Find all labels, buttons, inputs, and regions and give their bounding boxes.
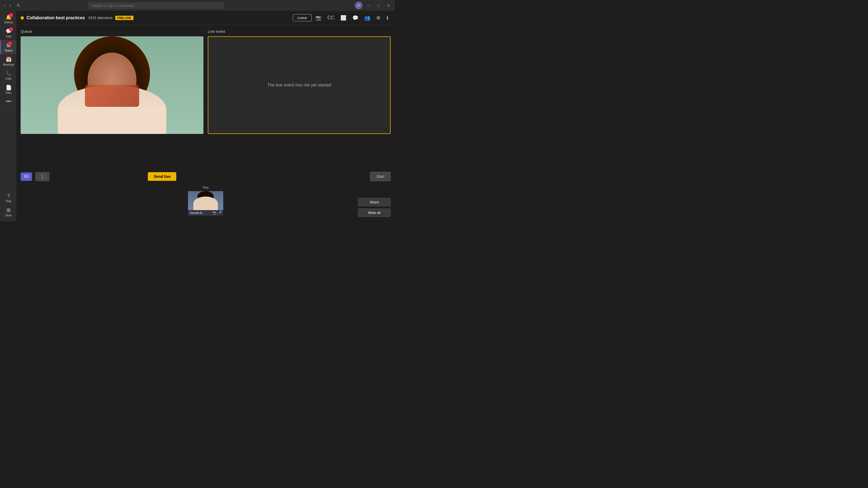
live-video-area: The live event has not yet started [208, 36, 391, 134]
attendee-count: 3333 attendees [88, 16, 113, 20]
event-title: Collaboration best practices [27, 15, 85, 20]
app-body: 🔔 2 Activity 💬 1 Chat ⊞ 1 Teams 📅 Meetin… [0, 11, 395, 221]
presenter-name: Danielle B... [190, 212, 204, 215]
sidebar-item-files[interactable]: 📄 Files [0, 83, 16, 97]
svg-rect-1 [24, 174, 29, 178]
captions-icon-btn[interactable]: CC [325, 14, 337, 22]
titlebar: ‹ › ✎ D ─ □ ✕ [0, 0, 395, 11]
sidebar-item-activity[interactable]: 🔔 2 Activity [0, 12, 16, 26]
mute-all-button[interactable]: Mute all [358, 208, 391, 217]
sidebar-label-store: Store [5, 214, 12, 217]
calls-icon: 📞 [6, 70, 12, 76]
sidebar-item-help[interactable]: ? Help [3, 191, 13, 205]
chat-icon: 💬 1 [6, 28, 12, 34]
sidebar-item-teams[interactable]: ⊞ 1 Teams [0, 40, 16, 54]
titlebar-right: D ─ □ ✕ [355, 2, 393, 9]
live-label: Live event [208, 29, 391, 34]
sidebar-label-teams: Teams [5, 49, 12, 52]
sidebar-label-calls: Calls [5, 77, 11, 80]
bottom-section: You Danielle B... 📷 [16, 183, 395, 221]
sidebar-label-meetings: Meetings [3, 63, 14, 66]
activity-icon: 🔔 2 [6, 14, 12, 20]
controls-row: Send live Start [16, 170, 395, 183]
bottom-right-buttons: Share Mute all [358, 198, 391, 217]
share-button[interactable]: Share [358, 198, 391, 206]
send-live-button[interactable]: Send live [148, 172, 176, 181]
sidebar-item-store[interactable]: ⊞ Store [3, 205, 13, 219]
settings-icon-btn[interactable]: ⚙ [374, 14, 383, 22]
info-icon-btn[interactable]: ℹ [384, 14, 391, 22]
sidebar: 🔔 2 Activity 💬 1 Chat ⊞ 1 Teams 📅 Meetin… [0, 11, 16, 221]
teams-badge: 1 [8, 41, 12, 45]
maximize-button[interactable]: □ [375, 2, 382, 9]
mic-icon: 🎤 [218, 211, 222, 215]
view-split-button[interactable] [35, 172, 50, 181]
sidebar-label-activity: Activity [4, 21, 13, 24]
main-content: Collaboration best practices 3333 attend… [16, 11, 395, 221]
store-icon: ⊞ [6, 207, 10, 213]
live-indicator-dot [21, 16, 24, 20]
nav-forward-button[interactable]: › [8, 2, 12, 9]
svg-rect-3 [43, 174, 46, 178]
close-button[interactable]: ✕ [384, 2, 393, 9]
chat-badge: 1 [9, 27, 13, 31]
you-section: You Danielle B... 📷 [188, 186, 223, 217]
sidebar-label-chat: Chat [6, 35, 11, 38]
svg-rect-2 [38, 174, 42, 178]
sidebar-label-files: Files [6, 91, 11, 94]
live-event-message: The live event has not yet started [267, 83, 331, 88]
sidebar-bottom: ? Help ⊞ Store [3, 191, 13, 221]
nav-back-button[interactable]: ‹ [2, 2, 7, 9]
topbar-right: Leave 📷 CC ⬜ 💬 👥 ⚙ ℹ [293, 14, 391, 22]
queue-video-area [21, 36, 204, 134]
user-avatar[interactable]: D [355, 2, 362, 9]
pre-live-badge: PRE-LIVE [115, 16, 133, 20]
queue-video-content [21, 36, 204, 134]
search-input[interactable] [88, 2, 224, 9]
sidebar-label-help: Help [6, 200, 11, 203]
leave-button[interactable]: Leave [293, 14, 312, 22]
files-icon: 📄 [6, 85, 12, 91]
meetings-icon: 📅 [6, 56, 12, 62]
status-dot [361, 7, 363, 9]
chat-icon-btn[interactable]: 💬 [350, 14, 361, 22]
more-icon: ••• [6, 99, 11, 104]
video-panels: Queue [16, 25, 395, 170]
event-topbar: Collaboration best practices 3333 attend… [16, 11, 395, 25]
you-label: You [203, 186, 209, 190]
help-icon: ? [7, 193, 10, 199]
sidebar-item-more[interactable]: ••• ... [0, 97, 16, 110]
start-button[interactable]: Start [370, 172, 391, 181]
activity-badge: 2 [9, 13, 13, 18]
nav-buttons: ‹ › [2, 2, 13, 9]
view-single-button[interactable] [21, 172, 32, 181]
queue-label: Queue [21, 29, 204, 34]
camera-icon-btn[interactable]: 📷 [313, 14, 323, 22]
sidebar-label-more: ... [7, 105, 9, 108]
whiteboard-icon-btn[interactable]: ⬜ [338, 14, 348, 22]
video-icon: 📷 [212, 211, 216, 215]
minimize-button[interactable]: ─ [365, 2, 372, 9]
live-panel: Live event The live event has not yet st… [208, 29, 391, 165]
sidebar-item-calls[interactable]: 📞 Calls [0, 68, 16, 83]
people-icon-btn[interactable]: 👥 [362, 14, 372, 22]
sidebar-item-chat[interactable]: 💬 1 Chat [0, 26, 16, 40]
queue-panel: Queue [21, 29, 204, 165]
you-media-controls: 📷 🎤 [212, 211, 222, 215]
teams-icon: ⊞ 1 [6, 42, 10, 48]
you-video-thumbnail: Danielle B... 📷 🎤 [188, 191, 223, 216]
sidebar-item-meetings[interactable]: 📅 Meetings [0, 54, 16, 68]
you-name-bar: Danielle B... 📷 🎤 [188, 210, 223, 216]
search-bar [88, 2, 224, 9]
compose-button[interactable]: ✎ [15, 2, 22, 9]
